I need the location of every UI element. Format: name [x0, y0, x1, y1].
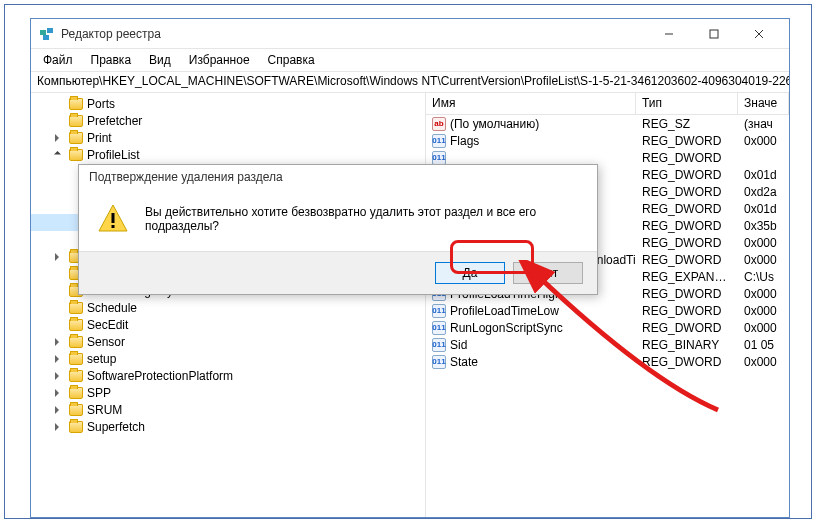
value-data: 0x000 — [738, 355, 789, 369]
value-data: C:\Us — [738, 270, 789, 284]
tree-item[interactable]: SoftwareProtectionPlatform — [31, 367, 425, 384]
menu-item[interactable]: Файл — [35, 51, 81, 69]
value-data: 0x000 — [738, 304, 789, 318]
binary-value-icon: 011 — [432, 304, 446, 318]
value-type: REG_DWORD — [636, 236, 738, 250]
svg-rect-8 — [112, 213, 115, 223]
value-type: REG_DWORD — [636, 168, 738, 182]
tree-item-label: Ports — [87, 97, 115, 111]
dialog-message: Вы действительно хотите безвозвратно уда… — [145, 205, 579, 233]
value-row[interactable]: 011RunLogonScriptSyncREG_DWORD0x000 — [426, 319, 789, 336]
tree-item-label: Sensor — [87, 335, 125, 349]
folder-icon — [69, 421, 83, 433]
folder-icon — [69, 387, 83, 399]
value-data: 0x01d — [738, 168, 789, 182]
app-icon — [39, 26, 55, 42]
value-type: REG_DWORD — [636, 321, 738, 335]
value-data: (знач — [738, 117, 789, 131]
folder-icon — [69, 404, 83, 416]
binary-value-icon: 011 — [432, 338, 446, 352]
value-name: Sid — [450, 338, 467, 352]
no-button[interactable]: Нет — [513, 262, 583, 284]
value-name: (По умолчанию) — [450, 117, 539, 131]
tree-item-label: SPP — [87, 386, 111, 400]
tree-item[interactable]: Schedule — [31, 299, 425, 316]
value-type: REG_DWORD — [636, 151, 738, 165]
svg-rect-4 — [710, 30, 718, 38]
value-type: REG_BINARY — [636, 338, 738, 352]
value-name: ProfileLoadTimeLow — [450, 304, 559, 318]
binary-value-icon: 011 — [432, 321, 446, 335]
menubar: ФайлПравкаВидИзбранноеСправка — [31, 49, 789, 71]
tree-item[interactable]: SPP — [31, 384, 425, 401]
tree-item-label: Prefetcher — [87, 114, 142, 128]
binary-value-icon: 011 — [432, 355, 446, 369]
folder-icon — [69, 98, 83, 110]
value-type: REG_DWORD — [636, 202, 738, 216]
column-type[interactable]: Тип — [636, 93, 738, 114]
tree-item[interactable]: Ports — [31, 95, 425, 112]
value-data: 0xd2a — [738, 185, 789, 199]
folder-icon — [69, 336, 83, 348]
menu-item[interactable]: Справка — [260, 51, 323, 69]
column-data[interactable]: Значе — [738, 93, 789, 114]
value-data: 0x35b — [738, 219, 789, 233]
window-title: Редактор реестра — [61, 27, 646, 41]
menu-item[interactable]: Вид — [141, 51, 179, 69]
values-panel[interactable]: Имя Тип Значе ab(По умолчанию)REG_SZ(зна… — [426, 93, 789, 517]
minimize-button[interactable] — [646, 20, 691, 48]
folder-icon — [69, 319, 83, 331]
tree-item-label: Schedule — [87, 301, 137, 315]
column-name[interactable]: Имя — [426, 93, 636, 114]
folder-icon — [69, 302, 83, 314]
value-data: 0x000 — [738, 236, 789, 250]
folder-icon — [69, 132, 83, 144]
value-row[interactable]: 011ProfileLoadTimeLowREG_DWORD0x000 — [426, 302, 789, 319]
minimize-icon — [664, 29, 674, 39]
tree-item-label: Superfetch — [87, 420, 145, 434]
folder-icon — [69, 115, 83, 127]
tree-item[interactable]: setup — [31, 350, 425, 367]
value-type: REG_DWORD — [636, 134, 738, 148]
tree-item[interactable]: Prefetcher — [31, 112, 425, 129]
value-data: 0x000 — [738, 287, 789, 301]
folder-icon — [69, 149, 83, 161]
close-button[interactable] — [736, 20, 781, 48]
value-data: 01 05 — [738, 338, 789, 352]
value-data: 0x000 — [738, 253, 789, 267]
tree-item-label: SecEdit — [87, 318, 128, 332]
value-type: REG_EXPAND_SZ — [636, 270, 738, 284]
address-bar[interactable]: Компьютер\HKEY_LOCAL_MACHINE\SOFTWARE\Mi… — [31, 71, 789, 93]
value-row[interactable]: 011SidREG_BINARY01 05 — [426, 336, 789, 353]
tree-item[interactable]: Print — [31, 129, 425, 146]
tree-item-label: ProfileList — [87, 148, 140, 162]
svg-rect-0 — [40, 30, 46, 35]
tree-item[interactable]: Sensor — [31, 333, 425, 350]
value-data: 0x01d — [738, 202, 789, 216]
value-data: 0x000 — [738, 321, 789, 335]
tree-item[interactable]: SRUM — [31, 401, 425, 418]
titlebar: Редактор реестра — [31, 19, 789, 49]
tree-panel[interactable]: PortsPrefetcherPrintProfileListSSSSSProf… — [31, 93, 426, 517]
dialog-title: Подтверждение удаления раздела — [79, 165, 597, 193]
tree-item-label: Print — [87, 131, 112, 145]
svg-rect-1 — [47, 28, 53, 33]
value-type: REG_DWORD — [636, 304, 738, 318]
folder-icon — [69, 353, 83, 365]
tree-item[interactable]: ProfileList — [31, 146, 425, 163]
value-type: REG_DWORD — [636, 287, 738, 301]
yes-button[interactable]: Да — [435, 262, 505, 284]
value-type: REG_SZ — [636, 117, 738, 131]
value-row[interactable]: 011StateREG_DWORD0x000 — [426, 353, 789, 370]
tree-item[interactable]: SecEdit — [31, 316, 425, 333]
value-row[interactable]: 011FlagsREG_DWORD0x000 — [426, 132, 789, 149]
confirm-delete-dialog: Подтверждение удаления раздела Вы действ… — [78, 164, 598, 295]
value-row[interactable]: ab(По умолчанию)REG_SZ(знач — [426, 115, 789, 132]
value-type: REG_DWORD — [636, 185, 738, 199]
menu-item[interactable]: Избранное — [181, 51, 258, 69]
value-type: REG_DWORD — [636, 253, 738, 267]
menu-item[interactable]: Правка — [83, 51, 140, 69]
value-data: 0x000 — [738, 134, 789, 148]
tree-item[interactable]: Superfetch — [31, 418, 425, 435]
maximize-button[interactable] — [691, 20, 736, 48]
